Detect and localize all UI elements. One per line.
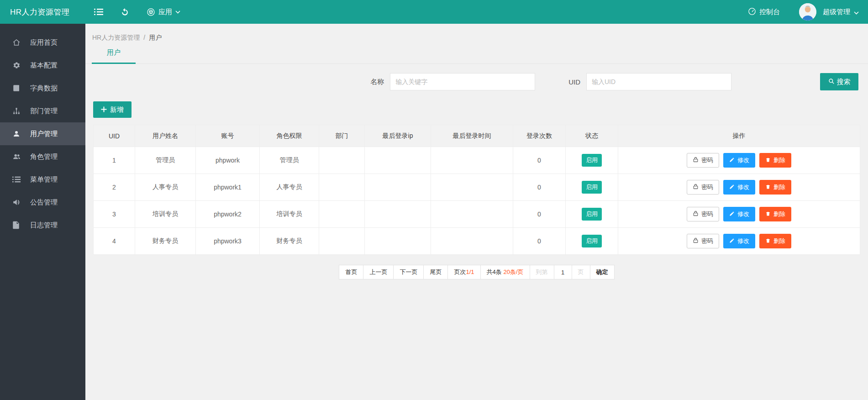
edit-button-label: 修改	[737, 210, 749, 218]
cell-account: phpwork1	[196, 174, 260, 201]
col-header-uid: UID	[94, 125, 135, 147]
tab-users[interactable]: 用户	[92, 48, 136, 64]
delete-button[interactable]: 删除	[759, 153, 791, 168]
pagination-next[interactable]: 下一页	[393, 265, 424, 279]
cell-last-time	[431, 174, 513, 201]
app-title: HR人力资源管理	[0, 7, 85, 17]
status-badge[interactable]: 启用	[582, 208, 602, 221]
cell-dept	[319, 201, 365, 228]
sidebar-item-home[interactable]: 应用首页	[0, 31, 85, 54]
delete-button[interactable]: 删除	[759, 207, 791, 221]
trash-icon	[765, 211, 771, 218]
sidebar-item-dictionary[interactable]: 字典数据	[0, 77, 85, 100]
sidebar-item-users[interactable]: 用户管理	[0, 122, 85, 145]
cell-role: 管理员	[260, 147, 319, 174]
col-header-role: 角色权限	[260, 125, 319, 147]
pagination-goto-suffix: 页	[572, 265, 590, 279]
cell-uid: 2	[94, 174, 135, 201]
cell-status: 启用	[566, 147, 618, 174]
cell-dept	[319, 228, 365, 255]
app-cube-icon	[147, 8, 155, 16]
search-button[interactable]: 搜索	[820, 73, 858, 90]
cell-login-count: 0	[513, 228, 566, 255]
delete-button[interactable]: 删除	[759, 234, 791, 248]
sidebar-item-label: 用户管理	[30, 130, 58, 138]
user-avatar[interactable]	[799, 3, 816, 21]
cell-actions: 密码 修改 删除	[618, 174, 860, 201]
pencil-icon	[729, 238, 735, 245]
sidebar-nav: 应用首页 基本配置 字典数据 部门管理	[0, 24, 85, 400]
search-form: 名称 UID 搜索	[85, 73, 868, 90]
col-header-status: 状态	[566, 125, 618, 147]
page-info-value: 1/1	[466, 268, 474, 275]
pagination-confirm-button[interactable]: 确定	[590, 265, 615, 279]
sidebar-item-config[interactable]: 基本配置	[0, 54, 85, 77]
lock-icon	[693, 157, 699, 164]
cell-last-ip	[365, 228, 431, 255]
user-menu[interactable]: 超级管理	[823, 8, 859, 16]
sidebar-toggle-button[interactable]	[85, 0, 112, 24]
status-badge[interactable]: 启用	[582, 154, 602, 167]
password-button-label: 密码	[701, 156, 713, 164]
cell-status: 启用	[566, 174, 618, 201]
refresh-icon	[121, 8, 129, 16]
users-icon	[12, 153, 21, 161]
password-button[interactable]: 密码	[687, 234, 719, 248]
sidebar-item-announcements[interactable]: 公告管理	[0, 191, 85, 214]
top-header: HR人力资源管理 应用	[0, 0, 868, 24]
sidebar-item-department[interactable]: 部门管理	[0, 100, 85, 122]
name-search-input[interactable]	[390, 73, 535, 90]
cell-login-count: 0	[513, 174, 566, 201]
pagination-first[interactable]: 首页	[339, 265, 363, 279]
status-badge[interactable]: 启用	[582, 181, 602, 194]
sidebar-item-roles[interactable]: 角色管理	[0, 145, 85, 168]
cell-account: phpwork2	[196, 201, 260, 228]
search-button-label: 搜索	[837, 78, 851, 86]
breadcrumb-root[interactable]: HR人力资源管理	[92, 34, 140, 41]
edit-button[interactable]: 修改	[723, 234, 755, 248]
sidebar-item-menus[interactable]: 菜单管理	[0, 168, 85, 191]
lock-icon	[693, 237, 699, 245]
table-header-row: UID 用户姓名 账号 角色权限 部门 最后登录ip 最后登录时间 登录次数 状…	[94, 125, 860, 147]
col-header-last-time: 最后登录时间	[431, 125, 513, 147]
lock-icon	[693, 184, 699, 191]
col-header-login-count: 登录次数	[513, 125, 566, 147]
cell-name: 财务专员	[135, 228, 196, 255]
cell-account: phpwork3	[196, 228, 260, 255]
refresh-button[interactable]	[112, 0, 138, 24]
edit-button[interactable]: 修改	[723, 207, 755, 221]
delete-button-label: 删除	[773, 210, 785, 218]
password-button[interactable]: 密码	[687, 153, 719, 168]
gear-icon	[12, 61, 21, 69]
pagination: 首页 上一页 下一页 尾页 页次1/1 共4条 20条/页 到第 页 确定	[85, 265, 868, 279]
breadcrumb: HR人力资源管理/用户	[85, 24, 868, 42]
nav-app-label: 应用	[158, 8, 172, 16]
nav-app-menu[interactable]: 应用	[138, 0, 189, 24]
delete-button[interactable]: 删除	[759, 180, 791, 195]
delete-button-label: 删除	[773, 237, 785, 245]
password-button[interactable]: 密码	[687, 180, 719, 195]
table-row: 1 管理员 phpwork 管理员 0 启用 密码 修改	[94, 147, 860, 174]
col-header-account: 账号	[196, 125, 260, 147]
password-button[interactable]: 密码	[687, 207, 719, 221]
sidebar-item-label: 基本配置	[30, 61, 58, 70]
status-badge[interactable]: 启用	[582, 235, 602, 247]
edit-button[interactable]: 修改	[723, 180, 755, 195]
sidebar-item-label: 字典数据	[30, 84, 58, 93]
console-gauge-icon	[748, 7, 756, 17]
pagination-goto-input[interactable]	[554, 265, 572, 279]
add-button[interactable]: 新增	[93, 101, 132, 118]
pagination-goto-label: 到第	[530, 265, 554, 279]
uid-search-input[interactable]	[586, 73, 731, 90]
breadcrumb-current: 用户	[149, 34, 162, 41]
pagination-last[interactable]: 尾页	[423, 265, 448, 279]
sidebar-item-logs[interactable]: 日志管理	[0, 214, 85, 237]
add-button-label: 新增	[110, 105, 124, 114]
pagination-prev[interactable]: 上一页	[363, 265, 394, 279]
cell-role: 培训专员	[260, 201, 319, 228]
console-link[interactable]: 控制台	[741, 7, 787, 17]
cell-name: 人事专员	[135, 174, 196, 201]
edit-button[interactable]: 修改	[723, 153, 755, 168]
cell-uid: 3	[94, 201, 135, 228]
col-header-name: 用户姓名	[135, 125, 196, 147]
